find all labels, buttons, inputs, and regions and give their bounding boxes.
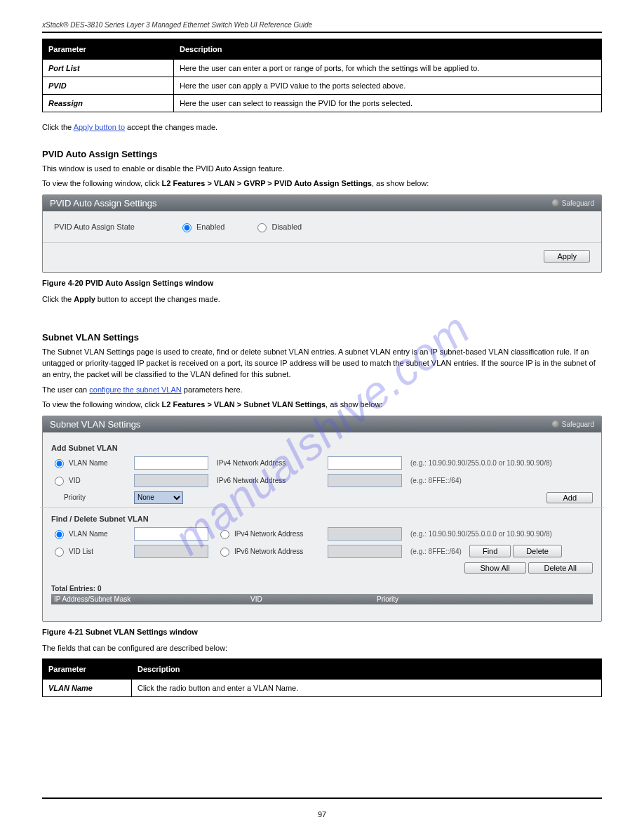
radio-enabled[interactable]: Enabled (179, 221, 224, 232)
cell-param: PVID (43, 77, 174, 95)
subnet-panel-title-text: Subnet VLAN Settings (50, 419, 140, 430)
total-entries: Total Entries: 0 (51, 585, 593, 593)
col-vid: VID (250, 595, 377, 603)
vlan-name-input[interactable] (134, 456, 208, 470)
subnet-sep (40, 507, 604, 508)
ipv6-fd-hint: (e.g.: 8FFE::/64) (410, 548, 462, 555)
delete-all-button[interactable]: Delete All (528, 562, 593, 574)
show-all-button[interactable]: Show All (464, 562, 526, 574)
subnet-panel: Subnet VLAN Settings Safeguard Add Subne… (42, 416, 602, 622)
radio-disabled[interactable]: Disabled (254, 221, 302, 232)
col-priority: Priority (377, 595, 590, 603)
priority-select[interactable]: None (134, 491, 183, 504)
radio-vlan-name-input[interactable] (55, 459, 64, 468)
subnet-panel-title: Subnet VLAN Settings Safeguard (43, 416, 601, 432)
safeguard-badge: Safeguard (552, 421, 594, 428)
cell-desc: Here the user can apply a PVID value to … (174, 77, 602, 95)
configure-subnet-link[interactable]: configure the subnet VLAN (89, 385, 181, 394)
radio-vid-list[interactable]: VID List (51, 545, 119, 557)
fig-pvid: Figure 4-20 PVID Auto Assign Settings wi… (42, 279, 602, 287)
cell-param: Reassign (43, 95, 174, 112)
fd-subnet-title: Find / Delete Subnet VLAN (51, 515, 593, 523)
th-desc: Description (174, 39, 602, 60)
cell-param: Port List (43, 60, 174, 77)
safeguard-badge: Safeguard (552, 199, 594, 207)
apply-hint-1: Click the Apply button to accept the cha… (42, 122, 602, 133)
pvid-nav: To view the following window, click L2 F… (42, 179, 602, 187)
radio-vlan-name-fd[interactable]: VLAN Name (51, 528, 119, 539)
top-rule (42, 32, 602, 33)
cell-desc: Click the radio button and enter a VLAN … (132, 679, 602, 696)
fd-subnet-grid: VLAN Name IPv4 Network Address (e.g.: 10… (51, 527, 593, 574)
safeguard-icon (552, 199, 559, 206)
subnet-desc: The Subnet VLAN Settings page is used to… (42, 347, 602, 380)
param-table-1: Parameter Description Port List Here the… (42, 39, 602, 112)
cell-param: VLAN Name (43, 679, 132, 696)
pvid-state-label: PVID Auto Assign State (54, 223, 159, 231)
pvid-panel-title-text: PVID Auto Assign Settings (50, 198, 156, 208)
pvid-panel-body: PVID Auto Assign State Enabled Disabled … (43, 211, 601, 272)
radio-ipv6-fd-input[interactable] (220, 548, 229, 557)
radio-vlan-name[interactable]: VLAN Name (51, 457, 119, 468)
priority-label: Priority (51, 494, 128, 501)
vlan-name-fd-input[interactable] (134, 527, 208, 541)
pvid-state-row: PVID Auto Assign State Enabled Disabled (54, 221, 590, 232)
radio-vid-list-input[interactable] (55, 548, 64, 557)
find-button[interactable]: Find (469, 545, 511, 557)
vid-list-input[interactable] (134, 545, 208, 558)
cell-desc: Here the user can select to reassign the… (174, 95, 602, 112)
apply-row: Apply (54, 250, 590, 263)
col-ip: IP Address/Subnet Mask (54, 595, 250, 603)
add-subnet-grid: VLAN Name IPv4 Network Address (e.g.: 10… (51, 456, 593, 504)
radio-enabled-input[interactable] (182, 223, 192, 232)
param-table-2: Parameter Description VLAN Name Click th… (42, 658, 602, 697)
ipv4-fd-hint: (e.g.: 10.90.90.90/255.0.0.0 or 10.90.90… (410, 530, 593, 538)
section-pvid-title: PVID Auto Assign Settings (42, 149, 602, 159)
subnet-nav: To view the following window, click L2 F… (42, 400, 602, 409)
radio-vid[interactable]: VID (51, 475, 119, 486)
safeguard-icon (552, 421, 559, 428)
section-subnet-title: Subnet VLAN Settings (42, 332, 602, 343)
ipv4-input[interactable] (328, 456, 402, 470)
radio-ipv6-fd[interactable]: IPv6 Network Address (217, 545, 312, 557)
delete-button[interactable]: Delete (513, 545, 562, 557)
footer-rule (42, 797, 602, 799)
doc-header: xStack® DES-3810 Series Layer 3 Managed … (42, 21, 602, 29)
pvid-sep (43, 242, 601, 243)
radio-disabled-input[interactable] (257, 223, 267, 232)
fig-subnet: Figure 4-21 Subnet VLAN Settings window (42, 628, 602, 636)
radio-vlan-name-fd-input[interactable] (55, 530, 64, 539)
ipv6-hint: (e.g.: 8FFE::/64) (410, 477, 593, 484)
radio-ipv4-fd[interactable]: IPv4 Network Address (217, 528, 312, 539)
table-row: Reassign Here the user can select to rea… (43, 95, 602, 112)
ipv6-label: IPv6 Network Address (217, 477, 322, 484)
apply-hint-2: Click the Apply button to accept the cha… (42, 294, 602, 305)
ipv6-fd-input[interactable] (328, 545, 402, 558)
th-desc: Description (132, 658, 602, 679)
pvid-panel: PVID Auto Assign Settings Safeguard PVID… (42, 194, 602, 273)
apply-button[interactable]: Apply (544, 250, 590, 263)
table-row: Port List Here the user can enter a port… (43, 60, 602, 77)
cell-desc: Here the user can enter a port or range … (174, 60, 602, 77)
vid-input[interactable] (134, 474, 208, 487)
subnet-panel-body: Add Subnet VLAN VLAN Name IPv4 Network A… (43, 432, 601, 621)
th-param: Parameter (43, 39, 174, 60)
subnet-desc2: The user can configure the subnet VLAN p… (42, 385, 602, 396)
th-param: Parameter (43, 658, 132, 679)
page-number: 97 (0, 810, 644, 819)
radio-vid-input[interactable] (55, 477, 64, 486)
ipv6-input[interactable] (328, 474, 402, 487)
page: manualshive.com xStack® DES-3810 Series … (0, 0, 644, 834)
ipv4-label: IPv4 Network Address (217, 459, 322, 467)
apply-link[interactable]: Apply button to (74, 123, 125, 131)
table-row: VLAN Name Click the radio button and ent… (43, 679, 602, 696)
add-subnet-title: Add Subnet VLAN (51, 444, 593, 452)
table-row: PVID Here the user can apply a PVID valu… (43, 77, 602, 95)
ipv4-fd-input[interactable] (328, 527, 402, 541)
add-button[interactable]: Add (546, 492, 593, 503)
ipv4-hint: (e.g.: 10.90.90.90/255.0.0.0 or 10.90.90… (410, 459, 593, 467)
fields-intro: The fields that can be configured are de… (42, 643, 602, 654)
pvid-desc: This window is used to enable or disable… (42, 164, 602, 175)
data-header: IP Address/Subnet Mask VID Priority (51, 594, 593, 604)
radio-ipv4-fd-input[interactable] (220, 530, 229, 539)
